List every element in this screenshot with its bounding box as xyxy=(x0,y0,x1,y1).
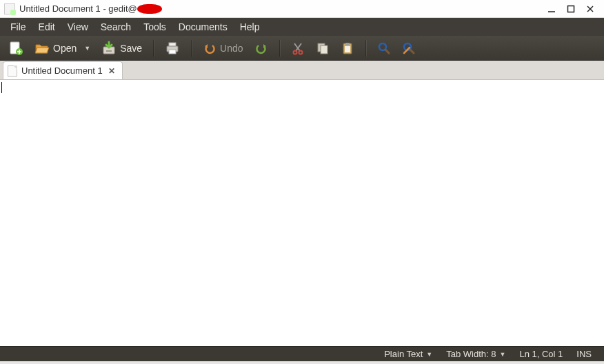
close-button[interactable] xyxy=(581,2,600,16)
svg-rect-12 xyxy=(169,50,176,54)
tabbar: Untitled Document 1 ✕ xyxy=(0,61,604,80)
search-icon xyxy=(377,41,391,55)
svg-rect-18 xyxy=(321,46,328,54)
tab-close-button[interactable]: ✕ xyxy=(107,66,117,76)
save-label: Save xyxy=(120,43,142,54)
svg-point-16 xyxy=(299,50,302,54)
dropdown-caret-icon: ▼ xyxy=(426,351,432,358)
menu-search[interactable]: Search xyxy=(94,19,137,34)
cursor-position: Ln 1, Col 1 xyxy=(512,349,570,359)
copy-button[interactable] xyxy=(312,39,334,58)
redacted-hostname xyxy=(137,4,162,14)
syntax-mode-label: Plain Text xyxy=(384,349,423,359)
svg-rect-1 xyxy=(568,6,574,12)
syntax-mode-selector[interactable]: Plain Text ▼ xyxy=(377,349,439,359)
find-button[interactable] xyxy=(373,39,395,58)
redo-icon xyxy=(254,41,268,55)
menu-tools[interactable]: Tools xyxy=(137,19,172,34)
svg-point-15 xyxy=(293,50,296,54)
copy-icon xyxy=(316,41,330,55)
cut-icon xyxy=(291,41,305,55)
svg-rect-9 xyxy=(106,50,112,52)
window-title: Untitled Document 1 - gedit@ xyxy=(19,3,137,14)
toolbar-separator xyxy=(191,40,192,57)
document-icon xyxy=(8,65,17,77)
save-icon xyxy=(101,41,117,56)
svg-rect-10 xyxy=(169,43,176,46)
bottom-strip xyxy=(0,361,604,364)
toolbar-separator xyxy=(365,40,366,57)
svg-line-23 xyxy=(385,50,389,53)
gedit-app-icon xyxy=(4,3,15,14)
save-button[interactable]: Save xyxy=(97,39,146,58)
open-dropdown-caret[interactable]: ▼ xyxy=(84,45,90,52)
print-icon xyxy=(165,41,180,56)
tab-label: Untitled Document 1 xyxy=(21,65,103,76)
close-icon xyxy=(586,5,594,13)
minimize-button[interactable] xyxy=(542,2,561,16)
toolbar-separator xyxy=(153,40,154,57)
text-cursor xyxy=(1,82,2,93)
paste-button[interactable] xyxy=(336,39,359,58)
undo-button[interactable]: Undo xyxy=(199,39,247,58)
titlebar: Untitled Document 1 - gedit@ xyxy=(0,0,604,18)
menubar: File Edit View Search Tools Documents He… xyxy=(0,18,604,36)
svg-rect-20 xyxy=(345,43,350,45)
document-tab[interactable]: Untitled Document 1 ✕ xyxy=(3,61,123,79)
dropdown-caret-icon: ▼ xyxy=(500,351,506,358)
menu-edit[interactable]: Edit xyxy=(32,19,61,34)
menu-help[interactable]: Help xyxy=(234,19,266,34)
undo-icon xyxy=(203,41,217,55)
find-replace-icon xyxy=(402,41,416,55)
folder-open-icon xyxy=(34,41,50,56)
svg-rect-21 xyxy=(345,46,350,52)
menu-view[interactable]: View xyxy=(61,19,94,34)
find-replace-button[interactable] xyxy=(398,39,420,58)
svg-line-25 xyxy=(410,50,414,53)
toolbar: Open ▼ Save Undo xyxy=(0,36,604,61)
minimize-icon xyxy=(547,5,556,13)
cut-button[interactable] xyxy=(287,39,309,58)
redo-button[interactable] xyxy=(250,39,272,58)
insert-mode-indicator[interactable]: INS xyxy=(570,349,598,359)
print-button[interactable] xyxy=(161,39,184,58)
maximize-button[interactable] xyxy=(561,2,581,16)
statusbar: Plain Text ▼ Tab Width: 8 ▼ Ln 1, Col 1 … xyxy=(0,346,604,361)
menu-documents[interactable]: Documents xyxy=(172,19,234,34)
new-document-icon xyxy=(8,41,23,56)
new-document-button[interactable] xyxy=(4,39,28,58)
menu-file[interactable]: File xyxy=(4,19,32,34)
paste-icon xyxy=(341,41,354,55)
open-button[interactable]: Open ▼ xyxy=(30,39,94,58)
editor-area[interactable] xyxy=(0,80,604,346)
tab-width-selector[interactable]: Tab Width: 8 ▼ xyxy=(439,349,512,359)
tab-width-label: Tab Width: 8 xyxy=(446,349,496,359)
undo-label: Undo xyxy=(220,43,243,54)
toolbar-separator xyxy=(279,40,280,57)
maximize-icon xyxy=(567,5,575,13)
open-label: Open xyxy=(53,43,77,54)
